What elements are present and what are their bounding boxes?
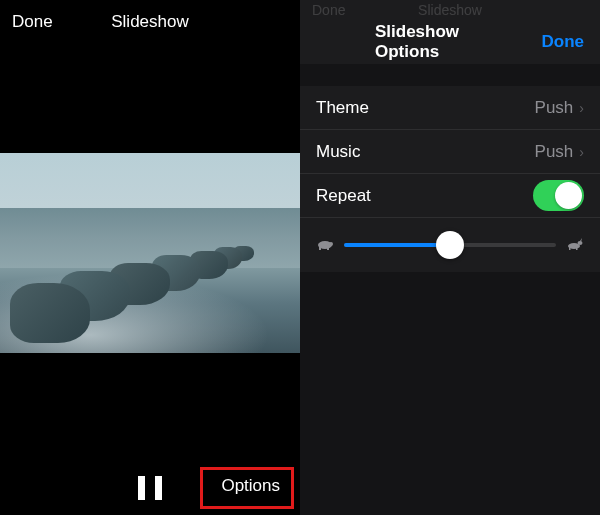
theme-value: Push — [535, 98, 574, 118]
theme-row[interactable]: Theme Push › — [300, 86, 600, 130]
options-button[interactable]: Options — [213, 469, 288, 503]
options-sheet-title: Slideshow Options — [375, 22, 525, 62]
speed-slider[interactable] — [344, 243, 556, 247]
player-header: Done Slideshow — [0, 0, 300, 44]
svg-rect-3 — [327, 247, 329, 250]
svg-rect-2 — [319, 247, 321, 250]
music-value: Push — [535, 142, 574, 162]
slider-thumb — [436, 231, 464, 259]
options-list: Theme Push › Music Push › Repeat — [300, 86, 600, 272]
repeat-row: Repeat — [300, 174, 600, 218]
toggle-knob — [555, 182, 582, 209]
slider-fill — [344, 243, 450, 247]
dimmed-done: Done — [312, 2, 345, 18]
repeat-label: Repeat — [316, 186, 533, 206]
empty-area — [300, 272, 600, 515]
tortoise-icon — [316, 237, 334, 253]
done-button[interactable]: Done — [12, 12, 53, 32]
music-label: Music — [316, 142, 535, 162]
player-title: Slideshow — [111, 12, 189, 32]
music-row[interactable]: Music Push › — [300, 130, 600, 174]
chevron-right-icon: › — [579, 144, 584, 160]
svg-point-5 — [578, 241, 583, 245]
slideshow-player-screen: Done Slideshow Options — [0, 0, 300, 515]
section-gap — [300, 64, 600, 86]
svg-rect-7 — [576, 247, 578, 250]
player-footer: Options — [0, 461, 300, 515]
hare-icon — [566, 237, 584, 253]
photo-viewport — [0, 44, 300, 461]
chevron-right-icon: › — [579, 100, 584, 116]
slideshow-options-screen: Done Slideshow Slideshow Options Done Th… — [300, 0, 600, 515]
options-sheet-header: Slideshow Options Done — [300, 20, 600, 64]
done-button[interactable]: Done — [542, 32, 585, 52]
pause-button[interactable] — [138, 476, 162, 500]
dimmed-background-header: Done Slideshow — [300, 0, 600, 20]
svg-rect-6 — [569, 247, 571, 250]
pause-icon — [155, 476, 162, 500]
slideshow-photo — [0, 153, 300, 353]
pause-icon — [138, 476, 145, 500]
theme-label: Theme — [316, 98, 535, 118]
dimmed-title: Slideshow — [418, 2, 482, 18]
repeat-toggle[interactable] — [533, 180, 584, 211]
svg-point-1 — [329, 242, 333, 246]
speed-slider-row — [300, 218, 600, 272]
